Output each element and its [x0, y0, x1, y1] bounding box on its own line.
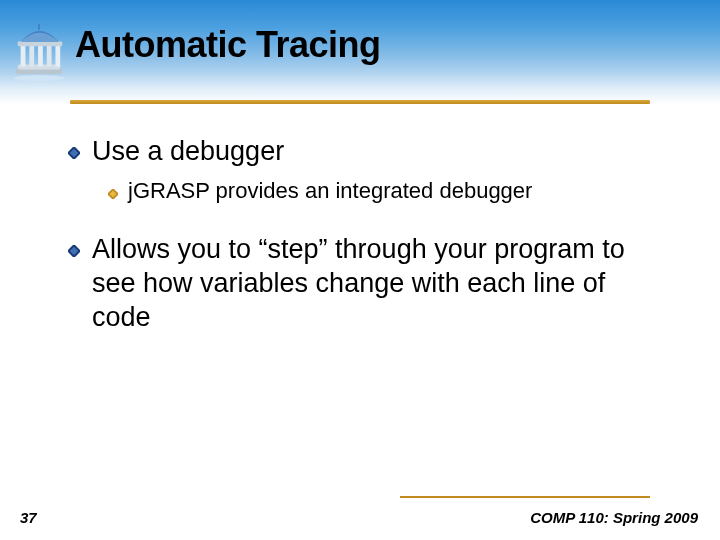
footer-divider	[400, 496, 650, 498]
svg-rect-3	[21, 45, 26, 66]
svg-rect-7	[55, 45, 60, 66]
bullet-level1: Allows you to “step” through your progra…	[68, 233, 668, 334]
course-label: COMP 110: Spring 2009	[530, 509, 698, 526]
unc-old-well-icon	[10, 24, 68, 82]
bullet-text: Allows you to “step” through your progra…	[92, 233, 668, 334]
diamond-bullet-icon	[68, 245, 80, 257]
slide-title: Automatic Tracing	[75, 24, 381, 66]
slide: Automatic Tracing Use a debugger jGRASP …	[0, 0, 720, 540]
bullet-level1: Use a debugger	[68, 135, 668, 169]
bullet-text: Use a debugger	[92, 135, 284, 169]
bullet-text: jGRASP provides an integrated debugger	[128, 177, 532, 206]
svg-rect-4	[29, 45, 34, 66]
svg-point-0	[14, 75, 64, 81]
diamond-bullet-icon	[108, 189, 118, 199]
diamond-bullet-icon	[68, 147, 80, 159]
svg-rect-8	[18, 41, 62, 46]
svg-rect-9	[38, 24, 40, 30]
page-number: 37	[20, 509, 37, 526]
header-divider	[70, 100, 650, 104]
bullet-level2: jGRASP provides an integrated debugger	[108, 177, 668, 206]
slide-body: Use a debugger jGRASP provides an integr…	[68, 135, 668, 343]
svg-rect-5	[38, 45, 43, 66]
svg-rect-6	[47, 45, 52, 66]
